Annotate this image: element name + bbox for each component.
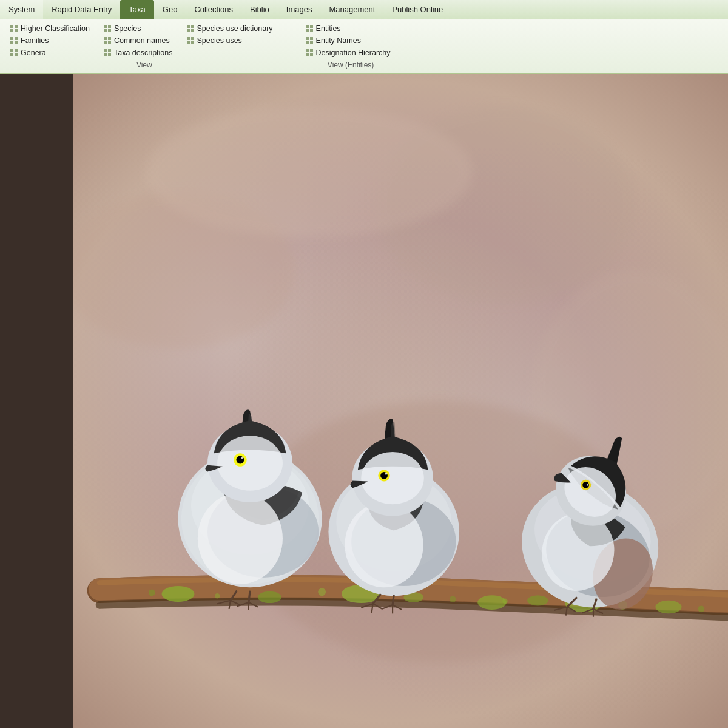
svg-rect-32	[306, 25, 309, 28]
menu-geo[interactable]: Geo	[154, 0, 186, 19]
svg-point-56	[477, 595, 506, 610]
entities-item[interactable]: Entities	[302, 23, 394, 34]
svg-rect-6	[10, 41, 13, 44]
taxa-descriptions-item[interactable]: Taxa descriptions	[99, 47, 177, 58]
svg-point-76	[241, 457, 243, 459]
taxa-dropdown-panel: Higher Classification Families	[0, 19, 728, 74]
svg-rect-40	[306, 49, 309, 52]
svg-rect-10	[10, 53, 13, 56]
svg-rect-33	[310, 25, 313, 28]
svg-rect-26	[187, 29, 190, 32]
left-sidebar	[0, 74, 73, 728]
svg-rect-9	[15, 49, 18, 52]
svg-rect-41	[310, 49, 313, 52]
svg-rect-36	[306, 37, 309, 40]
svg-rect-18	[104, 41, 107, 44]
menu-system[interactable]: System	[0, 0, 43, 19]
svg-rect-24	[187, 25, 190, 28]
svg-rect-31	[191, 41, 194, 44]
svg-rect-7	[15, 41, 18, 44]
table-icon	[10, 24, 18, 33]
svg-rect-35	[310, 29, 313, 32]
main-content	[0, 74, 728, 728]
svg-rect-25	[191, 25, 194, 28]
svg-rect-27	[191, 29, 194, 32]
menubar: System Rapid Data Entry Taxa Geo Collect…	[0, 0, 728, 19]
svg-rect-20	[104, 49, 107, 52]
svg-point-57	[527, 595, 548, 605]
svg-point-50	[146, 107, 473, 238]
species-use-dictionary-item[interactable]: Species use dictionary	[183, 23, 277, 34]
svg-rect-11	[15, 53, 18, 56]
svg-rect-1	[15, 25, 18, 28]
svg-point-64	[502, 599, 508, 604]
table-icon	[103, 36, 112, 45]
svg-point-66	[698, 605, 704, 612]
entity-names-item[interactable]: Entity Names	[302, 35, 394, 46]
svg-point-71	[198, 493, 283, 584]
svg-rect-22	[104, 53, 107, 56]
svg-point-63	[450, 596, 456, 602]
genera-item[interactable]: Genera	[6, 47, 93, 58]
common-names-item[interactable]: Common names	[99, 35, 177, 46]
svg-rect-23	[108, 53, 111, 56]
species-item[interactable]: Species	[99, 23, 177, 34]
higher-classification-item[interactable]: Higher Classification	[6, 23, 93, 34]
view-col3: Species use dictionary Species uses	[183, 23, 283, 58]
table-icon	[103, 49, 112, 57]
menu-rapid-data-entry[interactable]: Rapid Data Entry	[43, 0, 120, 19]
table-icon	[186, 24, 195, 33]
table-icon	[10, 36, 18, 45]
designation-hierarchy-item[interactable]: Designation Hierarchy	[302, 47, 394, 58]
view-col1: Higher Classification Families	[6, 23, 99, 58]
svg-rect-30	[187, 41, 190, 44]
table-icon	[186, 36, 195, 45]
svg-line-78	[249, 591, 250, 602]
svg-rect-34	[306, 29, 309, 32]
svg-rect-16	[104, 37, 107, 40]
view-section-label: View	[6, 59, 283, 70]
svg-rect-29	[191, 37, 194, 40]
svg-rect-14	[104, 29, 107, 32]
table-icon	[103, 24, 112, 33]
svg-point-90	[361, 452, 423, 504]
svg-rect-42	[306, 53, 309, 56]
menu-taxa[interactable]: Taxa	[120, 0, 153, 19]
menu-collections[interactable]: Collections	[186, 0, 241, 19]
menu-images[interactable]: Images	[278, 0, 321, 19]
table-icon	[305, 24, 314, 33]
bird-image-area	[73, 74, 728, 728]
svg-rect-13	[108, 25, 111, 28]
table-icon	[305, 49, 314, 57]
svg-rect-38	[306, 41, 309, 44]
svg-rect-4	[10, 37, 13, 40]
svg-rect-5	[15, 37, 18, 40]
svg-line-95	[393, 595, 394, 605]
svg-point-60	[149, 589, 155, 596]
svg-rect-3	[15, 29, 18, 32]
svg-rect-37	[310, 37, 313, 40]
table-icon	[10, 49, 18, 57]
svg-rect-12	[104, 25, 107, 28]
svg-rect-8	[10, 49, 13, 52]
table-icon	[305, 36, 314, 45]
svg-rect-2	[10, 29, 13, 32]
svg-rect-43	[310, 53, 313, 56]
menu-management[interactable]: Management	[320, 0, 383, 19]
svg-point-93	[385, 473, 387, 475]
menu-publish-online[interactable]: Publish Online	[383, 0, 451, 19]
species-uses-item[interactable]: Species uses	[183, 35, 277, 46]
view-col2: Species Common names	[99, 23, 183, 58]
svg-point-59	[655, 601, 681, 614]
menu-biblio[interactable]: Biblio	[241, 0, 278, 19]
svg-rect-17	[108, 37, 111, 40]
svg-rect-21	[108, 49, 111, 52]
families-item[interactable]: Families	[6, 35, 93, 46]
svg-rect-0	[10, 25, 13, 28]
view-section: Higher Classification Families	[6, 23, 295, 70]
svg-point-53	[258, 592, 281, 603]
svg-rect-28	[187, 37, 190, 40]
svg-point-73	[217, 436, 283, 491]
svg-rect-19	[108, 41, 111, 44]
svg-point-62	[318, 588, 326, 596]
